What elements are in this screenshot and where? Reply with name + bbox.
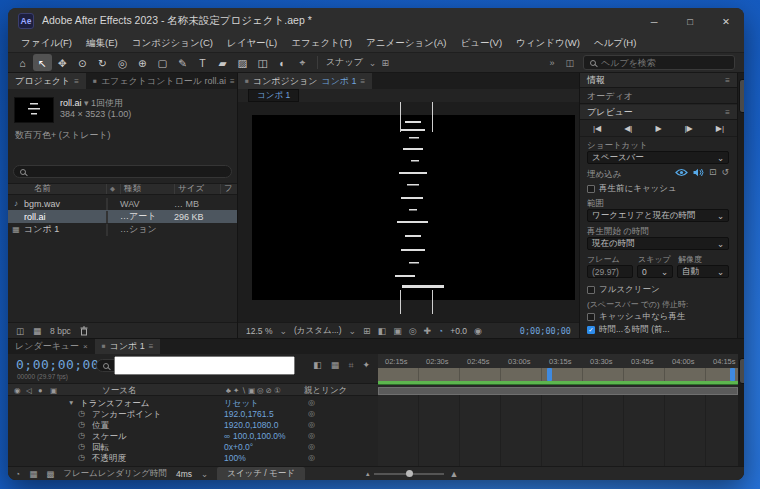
previous-frame-button[interactable]: ◀|	[624, 124, 632, 133]
grid-and-guides-icon[interactable]: ⊞	[363, 326, 371, 336]
expand-avfeatures-icon[interactable]: ◔	[15, 469, 20, 479]
pick-whip-icon[interactable]: ◎	[308, 409, 315, 418]
menu-effect[interactable]: エフェクト(T)	[284, 34, 359, 52]
project-row-comp[interactable]: ▦ コンポ 1 …ション	[8, 223, 237, 236]
preview-time-checkbox[interactable]: ✓ 時間...る時間 (前...	[587, 324, 670, 336]
zoom-slider-thumb[interactable]	[406, 470, 413, 477]
type-tool-icon[interactable]: T	[193, 54, 212, 71]
property-value[interactable]: 100%	[224, 453, 246, 463]
composition-viewer[interactable]	[238, 102, 579, 322]
timeline-search-box[interactable]	[96, 359, 244, 372]
expand-transfer-icon[interactable]: ▦	[29, 469, 37, 479]
timeline-scrollbar[interactable]	[738, 354, 744, 466]
clone-stamp-tool-icon[interactable]: ▨	[233, 54, 252, 71]
source-name-column[interactable]: ソース名	[102, 385, 136, 397]
menu-edit[interactable]: 編集(E)	[79, 34, 125, 52]
channels-icon[interactable]: ◎	[409, 326, 417, 336]
overlays-icon[interactable]: ⊡	[709, 167, 717, 177]
cache-before-playback-checkbox[interactable]: 再生前にキャッシュ	[587, 183, 677, 195]
work-area-marker[interactable]	[730, 368, 735, 381]
solo-icon[interactable]: ●	[38, 386, 43, 395]
first-frame-button[interactable]: |◀	[593, 124, 601, 133]
stopwatch-icon[interactable]: ◷	[78, 453, 85, 462]
tab-composition[interactable]: ■ コンポジション コンポ 1 ≡	[238, 73, 372, 89]
play-button[interactable]: ▶	[655, 124, 661, 133]
project-search-box[interactable]	[13, 165, 232, 178]
layer-duration-bar[interactable]	[378, 387, 738, 395]
maximize-button[interactable]: □	[672, 8, 708, 34]
home-icon[interactable]: ⌂	[13, 54, 32, 71]
pick-whip-icon[interactable]: ◎	[308, 398, 315, 407]
new-folder-icon[interactable]: ▦	[33, 326, 41, 336]
close-tab-icon[interactable]: ×	[83, 342, 88, 351]
resolution-select[interactable]: (カスタム...)	[294, 325, 342, 337]
viewer-timecode[interactable]: 0;00;00;00	[520, 326, 571, 336]
property-rotation[interactable]: ◷ 回転 0x+0.0° ◎	[8, 442, 378, 453]
expand-inout-icon[interactable]: ▩	[46, 469, 54, 479]
work-area-bar[interactable]	[378, 368, 738, 381]
project-search-input[interactable]	[31, 167, 225, 177]
checkbox-box[interactable]	[587, 185, 595, 193]
bpc-button[interactable]: 8 bpc	[50, 326, 71, 336]
exposure-icon[interactable]: ◔	[438, 326, 443, 336]
video-eye-icon[interactable]	[675, 168, 688, 177]
range-select[interactable]: ワークエリアと現在の時間 ⌄	[587, 209, 729, 222]
twirl-icon[interactable]: ▼	[68, 399, 74, 406]
project-row-roll[interactable]: roll.ai …アート 296 KB	[8, 210, 237, 223]
selected-item-usage[interactable]: 1回使用	[91, 98, 123, 108]
label-chip[interactable]	[106, 224, 108, 236]
pick-whip-icon[interactable]: ◎	[308, 442, 315, 451]
menu-view[interactable]: ビュー(V)	[453, 34, 509, 52]
exposure-value[interactable]: +0.0	[450, 326, 467, 336]
panel-menu-icon[interactable]: ≡	[74, 77, 79, 86]
live-update-icon[interactable]: ▦	[331, 360, 340, 371]
fast-previews-icon[interactable]: ✚	[424, 326, 432, 336]
pen-tool-icon[interactable]: ✎	[173, 54, 192, 71]
property-position[interactable]: ◷ 位置 1920.0,1080.0 ◎	[8, 420, 378, 431]
menu-window[interactable]: ウィンドウ(W)	[509, 34, 587, 52]
pan-behind-tool-icon[interactable]: ⊕	[133, 54, 152, 71]
help-search-box[interactable]	[583, 55, 735, 70]
checkbox-box[interactable]: ✓	[587, 326, 595, 334]
roto-brush-tool-icon[interactable]: ◐	[273, 54, 292, 71]
project-row-bgm[interactable]: ♪ bgm.wav WAV … MB	[8, 197, 237, 210]
mask-visibility-icon[interactable]: ◧	[378, 326, 387, 336]
parent-link-column[interactable]: 親とリンク	[304, 385, 347, 397]
property-value[interactable]: 100.0,100.0%	[233, 431, 285, 441]
label-chip[interactable]	[106, 198, 108, 210]
stopwatch-icon[interactable]: ◷	[78, 431, 85, 440]
layer-switches-icons[interactable]: ♣✦∖▣◎⊘①	[226, 386, 283, 395]
column-type[interactable]: 種類	[120, 184, 174, 194]
hand-tool-icon[interactable]: ✥	[53, 54, 72, 71]
snapshot-camera-icon[interactable]: ◉	[474, 326, 482, 336]
shortcut-select[interactable]: スペースバー ⌄	[587, 151, 729, 164]
column-name[interactable]: 名前	[8, 183, 106, 195]
last-frame-button[interactable]: ▶|	[716, 124, 724, 133]
scrollbar-thumb[interactable]	[739, 79, 744, 113]
zoom-in-icon[interactable]: ▲	[449, 469, 458, 479]
camera-tool-icon[interactable]: ◎	[113, 54, 132, 71]
audio-panel-header[interactable]: オーディオ	[580, 89, 737, 104]
switches-modes-button[interactable]: スイッチ / モード	[217, 467, 305, 481]
fullscreen-checkbox[interactable]: フルスクリーン	[587, 284, 660, 296]
zoom-tool-icon[interactable]: ⊙	[73, 54, 92, 71]
snap-caret-icon[interactable]: ⌄	[367, 58, 379, 68]
rotation-tool-icon[interactable]: ↻	[93, 54, 112, 71]
panel-scrollbar[interactable]	[738, 73, 744, 338]
snap-label[interactable]: スナップ	[326, 56, 363, 69]
overflow-chevron-icon[interactable]: »	[547, 58, 556, 68]
pick-whip-icon[interactable]: ◎	[308, 420, 315, 429]
eraser-tool-icon[interactable]: ◫	[253, 54, 272, 71]
play-from-select[interactable]: 現在の時間 ⌄	[587, 237, 729, 250]
help-search-input[interactable]	[601, 58, 728, 68]
frame-rate-field[interactable]: (29.97)	[587, 265, 633, 278]
selection-tool-icon[interactable]: ↖	[33, 54, 52, 71]
panel-menu-icon[interactable]: ≡	[230, 77, 235, 86]
video-icon[interactable]: ◉	[14, 386, 21, 395]
trash-icon[interactable]	[80, 326, 88, 336]
motion-blur-icon[interactable]: ✦	[362, 360, 370, 371]
time-ruler[interactable]: 02:15s 02:30s 02:45s 03:00s 03:15s 03:30…	[378, 354, 738, 381]
checkbox-box[interactable]	[587, 313, 595, 321]
next-frame-button[interactable]: |▶	[685, 124, 693, 133]
workspace-icon[interactable]: ◫	[563, 58, 576, 68]
